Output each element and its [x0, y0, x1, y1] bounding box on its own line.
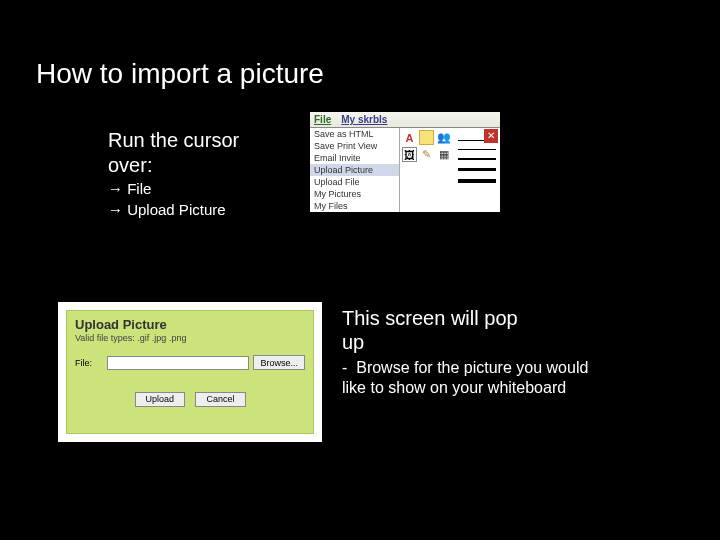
picture-icon[interactable]: 🖼 [402, 147, 417, 162]
instr2-line1: This screen will pop [342, 306, 592, 330]
menu-save-print[interactable]: Save Print View [310, 140, 399, 152]
menu-my-pictures[interactable]: My Pictures [310, 188, 399, 200]
users-icon[interactable]: 👥 [436, 130, 451, 145]
arrow-icon: → [108, 201, 123, 218]
menu-save-html[interactable]: Save as HTML [310, 128, 399, 140]
close-icon[interactable]: ✕ [484, 129, 498, 143]
instr1-item2-text: Upload Picture [127, 201, 225, 218]
instr1-item-file: → File [108, 180, 239, 199]
app-tabs: File My skrbls [310, 112, 500, 128]
grid-icon[interactable]: ▦ [436, 147, 451, 162]
menu-upload-picture[interactable]: Upload Picture [310, 164, 399, 176]
instr1-item-upload: → Upload Picture [108, 201, 239, 220]
arrow-icon: → [108, 180, 123, 197]
line-option[interactable] [458, 168, 496, 171]
tab-file[interactable]: File [314, 114, 331, 125]
dash-bullet: - [342, 359, 347, 376]
file-path-input[interactable] [107, 356, 249, 370]
instruction-block-1: Run the cursor over: → File → Upload Pic… [108, 128, 239, 220]
slide-title: How to import a picture [36, 58, 324, 90]
line-option[interactable] [458, 158, 496, 160]
line-option[interactable] [458, 179, 496, 183]
pencil-icon[interactable]: ✎ [419, 147, 434, 162]
file-label: File: [75, 358, 103, 368]
instr2-body: - Browse for the picture you would like … [342, 358, 592, 398]
upload-valid-types: Valid file types: .gif .jpg .png [75, 333, 305, 343]
text-color-icon[interactable]: A [402, 130, 417, 145]
instr1-line2: over: [108, 153, 239, 178]
instr2-line2: up [342, 330, 592, 354]
line-option[interactable] [458, 149, 496, 150]
cancel-button[interactable]: Cancel [195, 392, 245, 407]
instr1-line1: Run the cursor [108, 128, 239, 153]
file-dropdown-menu: Save as HTML Save Print View Email Invit… [310, 128, 400, 212]
upload-button[interactable]: Upload [135, 392, 186, 407]
note-icon[interactable] [419, 130, 434, 145]
instruction-block-2: This screen will pop up - Browse for the… [342, 306, 592, 398]
menu-upload-file[interactable]: Upload File [310, 176, 399, 188]
upload-dialog-title: Upload Picture [75, 317, 305, 332]
tab-my-skrbls[interactable]: My skrbls [341, 114, 387, 125]
toolbar-icons: A 👥 🖼 ✎ ▦ [400, 128, 454, 212]
menu-my-files[interactable]: My Files [310, 200, 399, 212]
upload-dialog-screenshot: Upload Picture Valid file types: .gif .j… [58, 302, 322, 442]
menu-email-invite[interactable]: Email Invite [310, 152, 399, 164]
instr2-body-text: Browse for the picture you would like to… [342, 359, 588, 396]
line-thickness-list: ✕ [454, 128, 500, 212]
browse-button[interactable]: Browse... [253, 355, 305, 370]
instr1-item1-text: File [127, 180, 151, 197]
app-screenshot-file-menu: File My skrbls Save as HTML Save Print V… [310, 112, 500, 212]
